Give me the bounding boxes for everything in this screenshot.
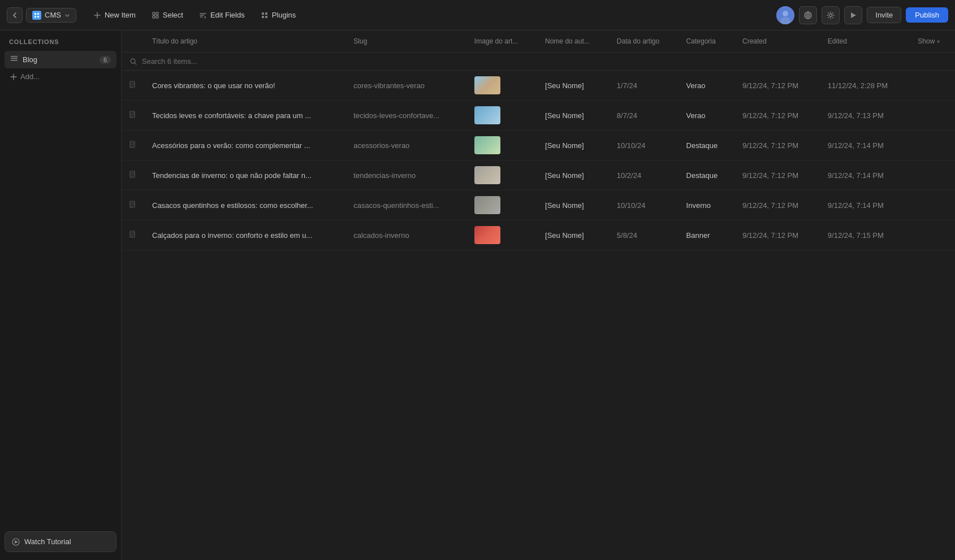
row-created: 9/12/24, 7:12 PM — [734, 131, 820, 160]
row-thumbnail — [474, 226, 500, 244]
row-edited: 9/12/24, 7:14 PM — [820, 160, 910, 190]
row-category: Verao — [679, 71, 734, 101]
row-category: Destaque — [679, 160, 734, 190]
edit-fields-button[interactable]: Edit Fields — [192, 7, 252, 23]
row-title: Cores vibrantes: o que usar no verão! — [144, 71, 345, 101]
blog-count: 6 — [100, 56, 111, 64]
row-title: Acessórios para o verão: como complement… — [144, 131, 345, 160]
col-edited[interactable]: Edited — [820, 31, 910, 53]
row-created: 9/12/24, 7:12 PM — [734, 101, 820, 131]
svg-rect-19 — [11, 58, 18, 59]
row-image — [466, 131, 537, 160]
select-label: Select — [163, 11, 183, 19]
row-doc-icon — [122, 71, 144, 101]
cms-icon — [32, 11, 41, 20]
row-thumbnail — [474, 106, 500, 124]
video-icon — [12, 538, 20, 546]
row-date: 8/7/24 — [609, 101, 679, 131]
plus-icon — [93, 11, 101, 19]
back-icon — [11, 12, 18, 19]
play-button[interactable] — [844, 6, 862, 24]
table-row[interactable]: Casacos quentinhos e estilosos: como esc… — [122, 190, 955, 220]
cms-badge[interactable]: CMS — [26, 8, 76, 23]
watch-tutorial-button[interactable]: Watch Tutorial — [5, 531, 116, 552]
row-slug: acessorios-verao — [345, 131, 466, 160]
table-row[interactable]: Calçados para o inverno: conforto e esti… — [122, 220, 955, 250]
col-date[interactable]: Data do artigo — [609, 31, 679, 53]
svg-rect-0 — [34, 13, 36, 15]
col-category[interactable]: Categoria — [679, 31, 734, 53]
row-author: [Seu Nome] — [537, 101, 609, 131]
cms-symbol — [34, 12, 40, 18]
row-show — [910, 131, 955, 160]
add-icon — [10, 73, 17, 80]
edit-fields-label: Edit Fields — [210, 11, 245, 19]
back-button[interactable] — [7, 7, 23, 23]
row-category: Inverno — [679, 190, 734, 220]
svg-marker-17 — [851, 12, 856, 18]
settings-button[interactable] — [822, 6, 840, 24]
topbar-right: Invite Publish — [776, 6, 948, 24]
sidebar-item-blog[interactable]: Blog 6 — [5, 51, 116, 68]
row-slug: tendencias-inverno — [345, 160, 466, 190]
svg-rect-6 — [153, 16, 155, 18]
watch-tutorial-label: Watch Tutorial — [24, 537, 71, 546]
main-layout: Collections Blog 6 Add... — [0, 31, 955, 560]
sidebar: Collections Blog 6 Add... — [0, 31, 122, 560]
avatar — [776, 6, 794, 24]
row-author: [Seu Nome] — [537, 160, 609, 190]
new-item-button[interactable]: New Item — [87, 7, 142, 23]
row-category: Banner — [679, 220, 734, 250]
row-edited: 9/12/24, 7:13 PM — [820, 101, 910, 131]
row-created: 9/12/24, 7:12 PM — [734, 220, 820, 250]
row-slug: cores-vibrantes-verao — [345, 71, 466, 101]
data-table: Título do artigo Slug Image do art... No… — [122, 31, 955, 250]
svg-rect-4 — [153, 12, 155, 15]
svg-rect-5 — [156, 12, 158, 15]
table-row[interactable]: Cores vibrantes: o que usar no verão! co… — [122, 71, 955, 101]
row-author: [Seu Nome] — [537, 131, 609, 160]
row-title: Casacos quentinhos e estilosos: como esc… — [144, 190, 345, 220]
table-row[interactable]: Tendencias de inverno: o que não pode fa… — [122, 160, 955, 190]
col-created[interactable]: Created — [734, 31, 820, 53]
globe-button[interactable] — [799, 6, 817, 24]
row-show — [910, 101, 955, 131]
row-thumbnail — [474, 136, 500, 154]
row-doc-icon — [122, 190, 144, 220]
row-image — [466, 101, 537, 131]
row-title: Calçados para o inverno: conforto e esti… — [144, 220, 345, 250]
sidebar-add[interactable]: Add... — [5, 68, 116, 85]
svg-rect-8 — [262, 12, 264, 15]
avatar-image — [776, 6, 794, 24]
row-image — [466, 190, 537, 220]
row-date: 10/10/24 — [609, 190, 679, 220]
col-show[interactable]: Show ▾ — [910, 31, 955, 53]
row-category: Destaque — [679, 131, 734, 160]
row-date: 10/2/24 — [609, 160, 679, 190]
globe-icon — [803, 11, 813, 20]
search-input[interactable] — [142, 57, 255, 66]
col-author[interactable]: Nome do aut... — [537, 31, 609, 53]
table-row[interactable]: Acessórios para o verão: como complement… — [122, 131, 955, 160]
blog-label: Blog — [23, 55, 37, 64]
table-row[interactable]: Tecidos leves e confortáveis: a chave pa… — [122, 101, 955, 131]
col-slug[interactable]: Slug — [345, 31, 466, 53]
row-image — [466, 160, 537, 190]
select-button[interactable]: Select — [145, 7, 190, 23]
invite-button[interactable]: Invite — [867, 7, 901, 23]
plugins-label: Plugins — [272, 11, 296, 19]
topbar: CMS New Item Select — [0, 0, 955, 31]
row-slug: calcados-inverno — [345, 220, 466, 250]
invite-label: Invite — [875, 11, 893, 19]
col-image[interactable]: Image do art... — [466, 31, 537, 53]
svg-point-16 — [829, 14, 832, 16]
plugins-button[interactable]: Plugins — [254, 7, 303, 23]
table-container: Título do artigo Slug Image do art... No… — [122, 31, 955, 560]
publish-button[interactable]: Publish — [906, 7, 948, 23]
row-slug: casacos-quentinhos-esti... — [345, 190, 466, 220]
search-row — [122, 53, 955, 71]
svg-marker-22 — [15, 540, 18, 544]
row-image — [466, 220, 537, 250]
col-title[interactable]: Título do artigo — [144, 31, 345, 53]
topbar-actions: New Item Select Edit Fields — [87, 7, 773, 23]
